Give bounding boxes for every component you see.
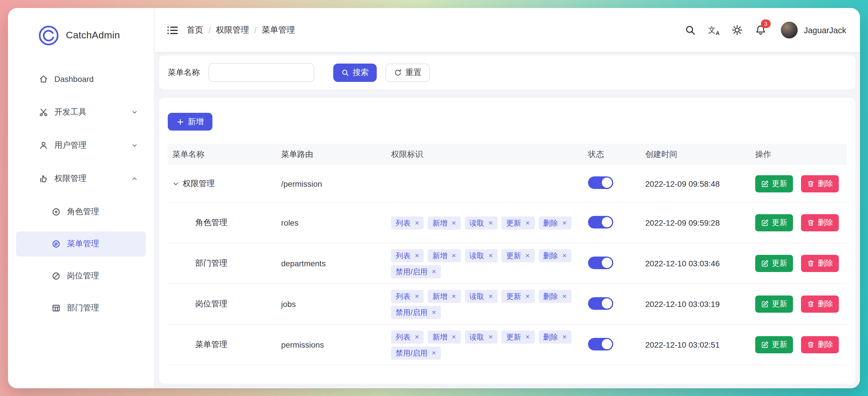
avatar[interactable]: [780, 21, 798, 39]
permission-tag-label: 列表: [396, 218, 410, 227]
tag-remove-icon[interactable]: ✕: [562, 291, 567, 301]
permission-tag: 列表✕: [391, 249, 424, 262]
screen-background: CatchAdmin Dashboard 开发工具: [0, 0, 868, 396]
permission-tag-label: 读取: [469, 250, 485, 260]
permission-tag-label: 更新: [506, 291, 521, 301]
tag-remove-icon[interactable]: ✕: [488, 218, 493, 227]
user-icon: [39, 141, 48, 150]
breadcrumb-home[interactable]: 首页: [187, 25, 203, 35]
edit-icon: [761, 341, 769, 349]
tag-remove-icon[interactable]: ✕: [525, 218, 530, 227]
trash-icon: [807, 180, 815, 187]
breadcrumb: 首页 / 权限管理 / 菜单管理: [187, 25, 295, 35]
app-window: CatchAdmin Dashboard 开发工具: [8, 8, 860, 388]
cell-menu-name: 菜单管理: [168, 340, 277, 350]
tag-remove-icon[interactable]: ✕: [562, 250, 567, 260]
sidebar-item-roles[interactable]: 角色管理: [16, 199, 146, 224]
permission-tag-label: 删除: [543, 250, 558, 260]
sidebar-item-permissions[interactable]: 权限管理: [16, 166, 146, 191]
cell-status: [583, 297, 641, 311]
delete-button[interactable]: 删除: [801, 296, 839, 313]
sidebar-collapse-icon[interactable]: [166, 24, 179, 36]
cell-actions: 更新 删除: [751, 296, 847, 313]
tag-remove-icon[interactable]: ✕: [525, 332, 530, 342]
permission-tag-label: 禁用/启用: [396, 348, 427, 358]
chevron-down-icon: [131, 109, 138, 116]
update-button[interactable]: 更新: [755, 336, 793, 353]
tag-remove-icon[interactable]: ✕: [562, 218, 567, 227]
permission-tag: 删除✕: [538, 216, 571, 230]
toggle-knob: [602, 178, 612, 188]
breadcrumb-menus[interactable]: 菜单管理: [262, 25, 295, 35]
permission-tag: 新增✕: [428, 249, 461, 262]
sidebar-item-menus[interactable]: 菜单管理: [16, 231, 146, 256]
tag-list: 列表✕新增✕读取✕更新✕删除✕禁用/启用✕: [391, 290, 572, 319]
sidebar-item-departments[interactable]: 部门管理: [16, 296, 146, 321]
cell-actions: 更新 删除: [751, 214, 847, 231]
permission-tag: 读取✕: [465, 216, 498, 230]
reset-button[interactable]: 重置: [385, 63, 430, 82]
update-button[interactable]: 更新: [755, 255, 793, 272]
tag-remove-icon[interactable]: ✕: [452, 218, 456, 227]
username[interactable]: JaguarJack: [804, 26, 846, 35]
permission-tag: 新增✕: [428, 290, 461, 303]
tag-remove-icon[interactable]: ✕: [488, 291, 493, 301]
sidebar-submenu-permissions: 角色管理 菜单管理 岗位管理: [16, 199, 146, 321]
status-toggle[interactable]: [588, 216, 613, 228]
menu-name-label: 菜单名称: [168, 67, 200, 78]
sidebar: CatchAdmin Dashboard 开发工具: [8, 8, 155, 388]
tag-remove-icon[interactable]: ✕: [431, 348, 436, 358]
menu-name-input[interactable]: [209, 63, 314, 82]
status-toggle[interactable]: [588, 176, 613, 189]
tag-remove-icon[interactable]: ✕: [414, 250, 420, 260]
notifications-bell-icon[interactable]: 3: [755, 24, 767, 36]
breadcrumb-permissions[interactable]: 权限管理: [216, 25, 249, 35]
status-toggle[interactable]: [588, 338, 613, 350]
expand-caret-icon[interactable]: [172, 180, 179, 187]
update-button[interactable]: 更新: [755, 175, 793, 192]
cell-created-time: 2022-12-09 09:59:28: [641, 218, 751, 227]
menu-name-text: 岗位管理: [195, 299, 227, 309]
tag-remove-icon[interactable]: ✕: [431, 307, 436, 317]
cell-status: [583, 256, 641, 271]
chevron-up-icon: [131, 175, 138, 182]
tag-remove-icon[interactable]: ✕: [488, 332, 493, 342]
tag-remove-icon[interactable]: ✕: [525, 291, 530, 301]
table-row: 权限管理 /permission 2022-12-09 09:58:48 更新 …: [168, 165, 847, 203]
status-toggle[interactable]: [588, 256, 613, 269]
add-button[interactable]: 新增: [168, 113, 212, 130]
search-icon[interactable]: [684, 24, 697, 36]
roles-icon: [52, 207, 61, 216]
tag-remove-icon[interactable]: ✕: [452, 291, 456, 301]
tag-remove-icon[interactable]: ✕: [414, 332, 420, 342]
delete-button[interactable]: 删除: [801, 255, 839, 272]
update-button[interactable]: 更新: [755, 214, 793, 231]
theme-sun-icon[interactable]: [731, 24, 744, 36]
search-button[interactable]: 搜索: [333, 63, 377, 82]
permission-tag-label: 更新: [506, 332, 521, 342]
delete-button[interactable]: 删除: [801, 336, 839, 353]
tag-remove-icon[interactable]: ✕: [488, 250, 493, 260]
sidebar-item-devtools[interactable]: 开发工具: [16, 100, 146, 125]
column-header-status: 状态: [583, 149, 641, 159]
tag-remove-icon[interactable]: ✕: [452, 250, 456, 260]
tag-remove-icon[interactable]: ✕: [431, 267, 436, 276]
permission-tag: 新增✕: [428, 216, 461, 230]
tag-remove-icon[interactable]: ✕: [414, 291, 420, 301]
tag-remove-icon[interactable]: ✕: [562, 332, 567, 342]
delete-button[interactable]: 删除: [801, 214, 839, 231]
tag-remove-icon[interactable]: ✕: [452, 332, 456, 342]
cell-status: [583, 216, 641, 230]
sidebar-item-jobs[interactable]: 岗位管理: [16, 264, 146, 288]
update-button[interactable]: 更新: [755, 296, 793, 313]
edit-icon: [761, 180, 769, 187]
tag-remove-icon[interactable]: ✕: [525, 250, 530, 260]
tag-remove-icon[interactable]: ✕: [414, 218, 420, 227]
sidebar-item-dashboard[interactable]: Dashboard: [16, 66, 146, 92]
status-toggle[interactable]: [588, 297, 613, 309]
catchadmin-logo-icon: [38, 25, 60, 47]
cell-created-time: 2022-12-10 03:03:46: [641, 259, 751, 268]
delete-button[interactable]: 删除: [801, 175, 839, 192]
translate-icon[interactable]: 文A: [708, 24, 720, 36]
sidebar-item-users[interactable]: 用户管理: [16, 133, 146, 158]
